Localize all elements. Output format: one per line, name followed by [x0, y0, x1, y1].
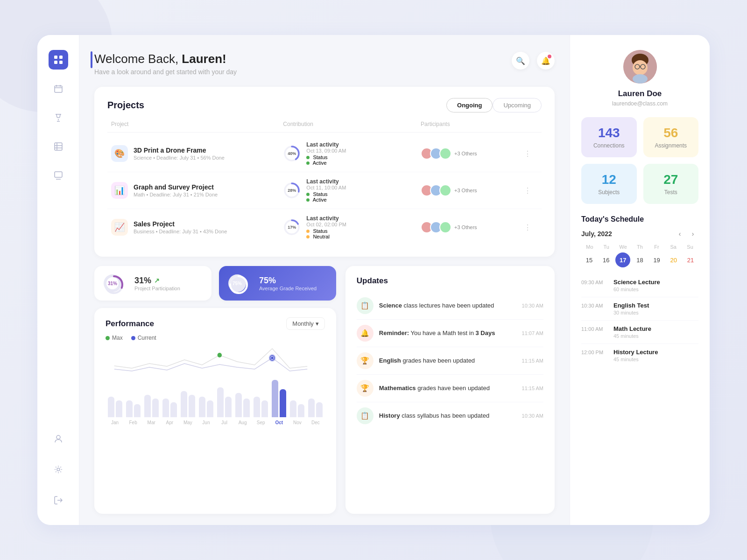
participants-info: +3 Others [421, 184, 524, 196]
avatar [439, 147, 451, 160]
schedule-event-duration: 45 minutes [613, 333, 651, 339]
more-options-button[interactable]: ⋮ [524, 187, 531, 195]
legend-max-label: Max [112, 335, 123, 341]
bar-group: Oct [272, 380, 287, 425]
participants-extra: +3 Others [454, 151, 477, 156]
svg-rect-1 [59, 56, 63, 59]
cal-day-label: Th [632, 244, 648, 250]
update-text: History class syllabus has been updated [379, 412, 516, 420]
trophy-icon[interactable] [49, 108, 68, 127]
col-header-participants: Participants [421, 121, 524, 127]
svg-rect-2 [54, 61, 57, 64]
legend-max: Max [106, 335, 123, 341]
bar-pair [162, 380, 177, 417]
bar-month-label: Aug [239, 420, 247, 425]
contribution-pct: 40% [288, 151, 296, 156]
cal-day[interactable]: 21 [683, 252, 698, 267]
update-time: 11:07 AM [522, 330, 543, 336]
search-button[interactable]: 🔍 [512, 52, 529, 70]
col-header-contribution: Contribution [283, 121, 421, 127]
bar-current [298, 404, 304, 417]
more-options-button[interactable]: ⋮ [524, 224, 531, 231]
cal-day[interactable]: 20 [666, 252, 681, 267]
status-dot [306, 193, 310, 196]
search-icon: 🔍 [516, 56, 525, 65]
line-chart-svg [106, 345, 325, 378]
bar-group: May [180, 380, 195, 425]
bar-max [308, 399, 315, 417]
contribution-details: Last activity Oct 02, 02:00 PM Status Ne… [306, 215, 346, 239]
contribution-pct: 17% [288, 225, 296, 230]
more-options-button[interactable]: ⋮ [524, 150, 531, 158]
welcome-text: Welcome Back, [94, 52, 182, 66]
bar-max [126, 400, 133, 417]
sidebar [37, 35, 79, 525]
stats-tile-assignments: 56 Assignments [643, 117, 699, 157]
update-icon: 🏆 [357, 352, 374, 369]
notifications-button[interactable]: 🔔 [537, 52, 555, 70]
row-actions: ⋮ [524, 186, 538, 195]
profile-email: laurendoe@class.com [612, 100, 668, 107]
notification-dot [548, 55, 551, 58]
bar-group: Mar [144, 380, 159, 425]
project-icon: 🎨 [111, 145, 128, 162]
cal-day-label: Tu [598, 244, 615, 250]
monthly-dropdown[interactable]: Monthly ▾ [286, 317, 325, 330]
list-item: 🔔 Reminder: You have a Math test in 3 Da… [357, 320, 543, 347]
tests-num: 27 [663, 172, 678, 187]
svg-point-14 [56, 435, 60, 439]
bar-group: Dec [308, 380, 323, 425]
participants-info: +3 Others [421, 147, 524, 160]
bar-month-label: Feb [129, 420, 137, 425]
profile-icon[interactable] [49, 429, 68, 448]
cal-day[interactable]: 18 [632, 252, 647, 267]
update-time: 11:15 AM [522, 358, 543, 364]
cal-prev-button[interactable]: ‹ [674, 228, 685, 239]
cal-next-button[interactable]: › [687, 228, 698, 239]
stats-tile-tests: 27 Tests [643, 164, 699, 204]
bar-current [243, 399, 250, 417]
cal-day-label: Su [682, 244, 698, 250]
project-icon: 📈 [111, 219, 128, 236]
update-icon: 🔔 [357, 325, 374, 342]
photo-icon[interactable] [49, 166, 68, 185]
bar-group: Jan [107, 380, 122, 425]
grade-card: 75% 75% Average Grade Received [219, 266, 336, 301]
bar-max [254, 397, 260, 417]
cal-day[interactable]: 19 [649, 252, 664, 267]
svg-rect-12 [55, 172, 62, 177]
project-meta: Business • Deadline: July 31 • 43% Done [134, 229, 227, 234]
bar-group: Jul [217, 380, 232, 425]
stats-tile-connections: 143 Connections [581, 117, 637, 157]
bar-pair [217, 380, 232, 417]
profile-stats-grid: 143 Connections 56 Assignments 12 Subjec… [581, 117, 698, 204]
update-icon: 📋 [357, 407, 374, 424]
project-meta: Math • Deadline: July 31 • 21% Done [134, 192, 218, 197]
contribution-circle: 40% [283, 145, 301, 162]
bar-pair [272, 380, 286, 417]
svg-point-36 [633, 74, 648, 84]
participants-group [421, 221, 451, 233]
status-badge: Status Active [306, 154, 346, 166]
bar-max [108, 397, 114, 417]
schedule-event-duration: 60 minutes [613, 287, 660, 292]
bar-group: Jun [198, 380, 213, 425]
cal-day[interactable]: 15 [582, 252, 597, 267]
dashboard-icon[interactable] [49, 50, 68, 70]
bar-month-label: Apr [166, 420, 173, 425]
list-item: 10:30 AM English Test 30 minutes [581, 297, 698, 321]
tab-ongoing[interactable]: Ongoing [446, 98, 493, 112]
calendar-icon[interactable] [49, 79, 68, 98]
cal-day[interactable]: 17 [615, 252, 630, 267]
tab-upcoming[interactable]: Upcoming [493, 98, 542, 112]
table-icon[interactable] [49, 137, 68, 156]
cal-day[interactable]: 16 [599, 252, 613, 267]
logout-icon[interactable] [49, 490, 68, 510]
svg-rect-0 [54, 56, 57, 59]
contribution-pct: 28% [288, 188, 296, 193]
project-name: Graph and Survey Project [134, 183, 218, 191]
list-item: 🏆 Mathematics grades have been updated 1… [357, 375, 543, 402]
settings-icon[interactable] [49, 460, 68, 479]
schedule-items: 09:30 AM Science Lecture 60 minutes 10:3… [581, 274, 698, 367]
dropdown-label: Monthly [292, 320, 314, 327]
